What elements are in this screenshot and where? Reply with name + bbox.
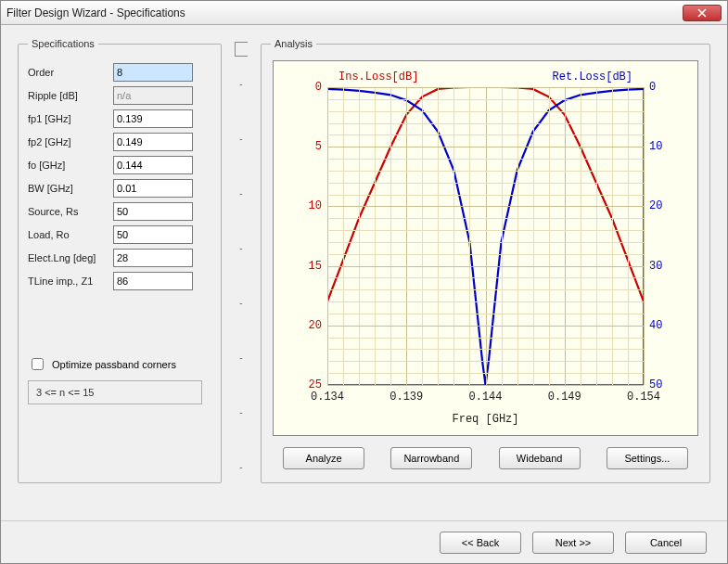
yr-tick: 0 xyxy=(649,81,656,94)
window-title: Filter Design Wizard - Specifications xyxy=(6,6,683,19)
yr-tick: 50 xyxy=(649,378,662,391)
spec-row-bw: BW [GHz] xyxy=(28,179,211,198)
x-axis-label: Freq [GHz] xyxy=(452,413,518,426)
app-window: Filter Design Wizard - Specifications Sp… xyxy=(0,0,728,564)
spec-label-fo: fo [GHz] xyxy=(28,160,113,171)
spec-input-ripple xyxy=(113,86,193,105)
spec-label-ripple: Ripple [dB] xyxy=(28,90,113,101)
analysis-group: Analysis Ins.Loss[dB] Ret.Loss[dB] 0.134… xyxy=(261,38,710,483)
specifications-group: Specifications OrderRipple [dB]fp1 [GHz]… xyxy=(18,38,222,483)
spec-row-source: Source, Rs xyxy=(28,202,211,221)
spec-row-order: Order xyxy=(28,63,211,82)
yl-tick: 25 xyxy=(309,378,322,391)
spec-row-fo: fo [GHz] xyxy=(28,156,211,174)
chart-area: Ins.Loss[dB] Ret.Loss[dB] 0.1340.1390.14… xyxy=(273,60,698,436)
narrowband-button[interactable]: Narrowband xyxy=(390,447,472,469)
yr-tick: 40 xyxy=(649,319,662,332)
x-tick: 0.154 xyxy=(627,391,660,404)
specifications-legend: Specifications xyxy=(28,38,98,49)
optimize-row: Optimize passband corners xyxy=(28,355,211,373)
wizard-footer: << Back Next >> Cancel xyxy=(1,520,727,563)
order-constraint: 3 <= n <= 15 xyxy=(28,380,202,404)
spec-row-load: Load, Ro xyxy=(28,225,211,244)
spec-row-z1: TLine imp., Z1 xyxy=(28,272,211,290)
yr-tick: 10 xyxy=(649,140,662,153)
spec-label-fp2: fp2 [GHz] xyxy=(28,136,113,147)
x-tick: 0.134 xyxy=(311,391,344,404)
yl-tick: 5 xyxy=(315,140,322,153)
panel-divider: - - - - - - - - xyxy=(231,38,251,513)
ret-loss-label: Ret.Loss[dB] xyxy=(553,70,632,83)
content-area: Specifications OrderRipple [dB]fp1 [GHz]… xyxy=(1,25,727,520)
x-tick: 0.149 xyxy=(548,391,581,404)
yl-tick: 10 xyxy=(309,199,322,212)
analysis-legend: Analysis xyxy=(271,38,316,49)
collapse-toggle[interactable] xyxy=(235,42,248,57)
next-button[interactable]: Next >> xyxy=(532,532,614,554)
cancel-button[interactable]: Cancel xyxy=(625,532,707,554)
ins-loss-label: Ins.Loss[dB] xyxy=(338,70,418,83)
back-button[interactable]: << Back xyxy=(440,532,521,554)
spec-input-fp2[interactable] xyxy=(113,133,193,151)
spec-label-fp1: fp1 [GHz] xyxy=(28,113,113,124)
spec-label-order: Order xyxy=(28,67,113,78)
close-icon xyxy=(697,8,707,18)
spec-input-bw[interactable] xyxy=(113,179,193,198)
x-tick: 0.144 xyxy=(468,391,502,404)
spec-row-fp1: fp1 [GHz] xyxy=(28,109,211,128)
spec-input-fp1[interactable] xyxy=(113,109,193,128)
analyze-button[interactable]: Analyze xyxy=(283,447,364,469)
titlebar: Filter Design Wizard - Specifications xyxy=(1,1,727,25)
x-tick: 0.139 xyxy=(390,391,423,404)
spec-input-order[interactable] xyxy=(113,63,193,82)
analysis-buttons: Analyze Narrowband Wideband Settings... xyxy=(271,443,700,473)
spec-label-bw: BW [GHz] xyxy=(28,183,113,194)
yl-tick: 20 xyxy=(309,319,322,332)
spec-label-source: Source, Rs xyxy=(28,206,113,217)
spec-row-fp2: fp2 [GHz] xyxy=(28,133,211,151)
wideband-button[interactable]: Wideband xyxy=(499,447,581,469)
yl-tick: 15 xyxy=(309,260,322,273)
spec-input-fo[interactable] xyxy=(113,156,193,174)
yr-tick: 30 xyxy=(649,260,662,273)
spec-input-z1[interactable] xyxy=(113,272,193,290)
settings-button[interactable]: Settings... xyxy=(607,447,688,469)
spec-input-load[interactable] xyxy=(113,225,193,244)
yr-tick: 20 xyxy=(649,199,662,212)
spec-row-ripple: Ripple [dB] xyxy=(28,86,211,105)
close-button[interactable] xyxy=(683,5,722,21)
spec-input-elen[interactable] xyxy=(113,249,193,267)
spec-row-elen: Elect.Lng [deg] xyxy=(28,249,211,267)
spec-label-load: Load, Ro xyxy=(28,229,113,240)
spec-input-source[interactable] xyxy=(113,202,193,221)
plot-grid: 0.1340.1390.1440.1490.154051015202501020… xyxy=(327,87,644,385)
spec-label-elen: Elect.Lng [deg] xyxy=(28,252,113,263)
spec-label-z1: TLine imp., Z1 xyxy=(28,276,113,287)
optimize-checkbox[interactable] xyxy=(32,358,44,370)
yl-tick: 0 xyxy=(315,81,322,94)
optimize-label: Optimize passband corners xyxy=(52,359,176,370)
